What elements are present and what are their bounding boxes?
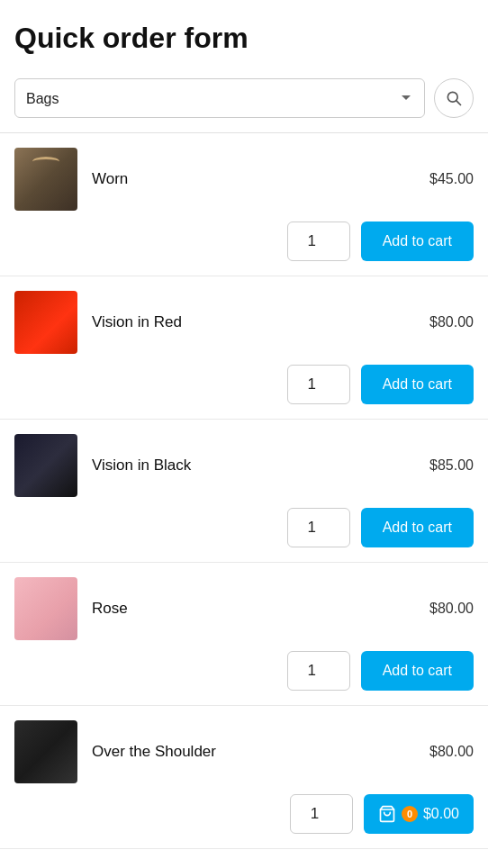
qty-input-rose[interactable] (287, 651, 350, 691)
product-name-vision-black: Vision in Black (92, 457, 191, 475)
product-action-vision-black: Add to cart (14, 508, 474, 547)
add-to-cart-vision-red[interactable]: Add to cart (361, 365, 474, 404)
product-top: Worn $45.00 (14, 148, 474, 211)
add-to-cart-rose[interactable]: Add to cart (361, 651, 474, 691)
cart-badge: 0 (402, 806, 418, 822)
cart-total: $0.00 (423, 806, 459, 822)
product-top: Rose $80.00 (14, 577, 474, 640)
product-price-vision-red: $80.00 (429, 314, 474, 330)
product-name-vision-red: Vision in Red (92, 313, 182, 331)
qty-input-over-shoulder[interactable] (290, 794, 353, 834)
product-price-vision-black: $85.00 (429, 457, 474, 474)
product-item-vision-red: Vision in Red $80.00 Add to cart (0, 276, 488, 420)
product-action-rose: Add to cart (14, 651, 474, 691)
product-price-worn: $45.00 (429, 171, 474, 187)
category-select[interactable]: Bags Wallets Accessories (14, 78, 425, 118)
product-name-rose: Rose (92, 600, 128, 618)
page-title: Quick order form (14, 22, 474, 55)
search-button[interactable] (434, 78, 474, 118)
svg-line-1 (456, 101, 461, 105)
product-price-rose: $80.00 (429, 601, 474, 617)
product-name-over-shoulder: Over the Shoulder (92, 743, 216, 761)
product-top: Vision in Black $85.00 (14, 434, 474, 497)
search-icon (445, 89, 463, 107)
cart-icon (378, 805, 396, 823)
product-item-worn: Worn $45.00 Add to cart (0, 133, 488, 276)
product-top: Over the Shoulder $80.00 (14, 720, 474, 783)
product-action-over-shoulder: 0 $0.00 (14, 794, 474, 834)
product-image-over-shoulder (14, 720, 77, 783)
product-image-vision-black (14, 434, 77, 497)
product-item-over-shoulder: Over the Shoulder $80.00 0 $0.00 (0, 706, 488, 849)
product-item-vision-black: Vision in Black $85.00 Add to cart (0, 420, 488, 563)
qty-input-vision-red[interactable] (287, 365, 350, 404)
page-container: Quick order form Bags Wallets Accessorie… (0, 0, 488, 849)
add-to-cart-vision-black[interactable]: Add to cart (361, 508, 474, 547)
product-price-over-shoulder: $80.00 (429, 744, 474, 760)
product-image-vision-red (14, 291, 77, 354)
qty-input-vision-black[interactable] (287, 508, 350, 547)
add-to-cart-worn[interactable]: Add to cart (361, 222, 474, 261)
product-action-worn: Add to cart (14, 222, 474, 261)
page-header: Quick order form (0, 0, 488, 69)
cart-button-over-shoulder[interactable]: 0 $0.00 (364, 794, 474, 834)
product-image-worn (14, 148, 77, 211)
search-bar: Bags Wallets Accessories (0, 69, 488, 132)
product-top: Vision in Red $80.00 (14, 291, 474, 354)
product-list: Worn $45.00 Add to cart Vision in Red $8… (0, 133, 488, 849)
product-image-rose (14, 577, 77, 640)
product-name-worn: Worn (92, 170, 128, 188)
qty-input-worn[interactable] (287, 222, 350, 261)
product-item-rose: Rose $80.00 Add to cart (0, 563, 488, 706)
product-action-vision-red: Add to cart (14, 365, 474, 404)
